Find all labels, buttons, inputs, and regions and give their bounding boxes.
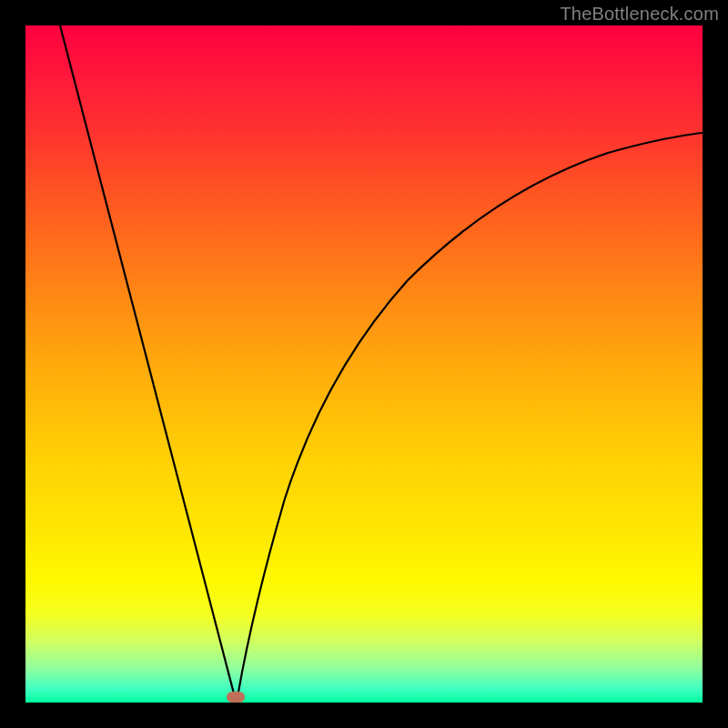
minimum-marker — [227, 692, 245, 703]
plot-area — [25, 25, 703, 703]
curve-layer — [25, 25, 703, 703]
bottleneck-chart: TheBottleneck.com — [0, 0, 728, 728]
watermark-text: TheBottleneck.com — [560, 4, 719, 25]
bottleneck-curve-right — [238, 133, 703, 697]
bottleneck-curve-left — [60, 25, 235, 697]
